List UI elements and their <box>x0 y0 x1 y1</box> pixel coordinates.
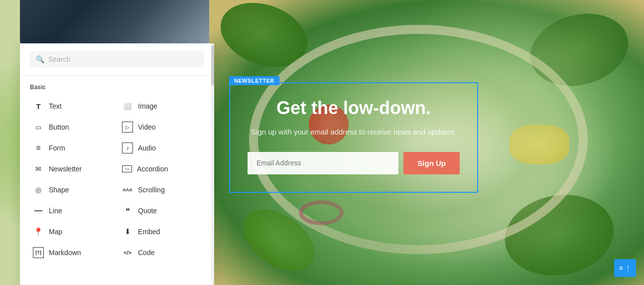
scrollbar-thumb[interactable] <box>211 45 214 85</box>
scrolling-icon: AAA <box>122 184 133 195</box>
sidebar-item-shape[interactable]: Shape <box>30 180 115 199</box>
line-label: Line <box>49 207 62 215</box>
map-label: Map <box>49 228 62 236</box>
sidebar-item-video[interactable]: ▷ Video <box>119 118 204 137</box>
embed-label: Embed <box>138 228 160 236</box>
sidebar-item-newsletter[interactable]: Newsletter <box>30 159 115 178</box>
text-icon <box>33 101 44 112</box>
search-box: 🔍 <box>30 51 204 67</box>
map-icon: 📍 <box>33 226 44 237</box>
audio-label: Audio <box>138 144 156 152</box>
audio-icon: ♪ <box>122 142 133 153</box>
scrolling-label: Scrolling <box>138 186 165 194</box>
markdown-icon: [T] <box>33 247 44 258</box>
onion-ring <box>299 200 344 225</box>
sidebar-item-audio[interactable]: ♪ Audio <box>119 139 204 157</box>
email-input[interactable] <box>248 152 398 174</box>
accordion-icon: ▭ <box>122 165 132 172</box>
sidebar-item-map[interactable]: 📍 Map <box>30 222 115 241</box>
sidebar-item-scrolling[interactable]: AAA Scrolling <box>119 180 204 199</box>
accordion-label: Accordion <box>137 165 168 173</box>
search-input[interactable] <box>48 55 198 63</box>
newsletter-badge: NEWSLETTER <box>229 76 279 85</box>
button-label: Button <box>49 123 69 131</box>
sidebar-item-button[interactable]: Button <box>30 118 115 137</box>
search-container: 🔍 <box>20 43 214 76</box>
markdown-label: Markdown <box>49 249 81 257</box>
corn <box>510 125 569 164</box>
sidebar-content: Basic Text Image Button ▷ Video <box>20 76 214 285</box>
text-label: Text <box>49 102 62 110</box>
section-basic-label: Basic <box>30 84 204 91</box>
embed-icon: ⬇ <box>122 226 133 237</box>
form-label: Form <box>49 144 65 152</box>
image-icon <box>122 101 133 112</box>
newsletter-section: NEWSLETTER Get the low-down. Sign up wit… <box>229 82 478 193</box>
newsletter-title: Get the low-down. <box>248 98 460 118</box>
items-grid: Text Image Button ▷ Video Form ♪ Audio <box>30 97 204 262</box>
sidebar-item-line[interactable]: Line <box>30 201 115 220</box>
video-icon: ▷ <box>122 122 133 133</box>
shape-icon <box>33 184 44 195</box>
sidebar-item-code[interactable]: </> Code <box>119 243 204 262</box>
button-icon <box>33 122 44 133</box>
sidebar-item-form[interactable]: Form <box>30 139 115 157</box>
newsletter-subtitle: Sign up with your email address to recei… <box>248 126 460 138</box>
shape-label: Shape <box>49 186 69 194</box>
code-icon: </> <box>122 247 133 258</box>
signup-button[interactable]: Sign Up <box>403 152 460 174</box>
newsletter-icon <box>33 163 44 174</box>
sidebar-item-markdown[interactable]: [T] Markdown <box>30 243 115 262</box>
form-icon <box>33 142 44 153</box>
scrollbar[interactable] <box>211 43 214 285</box>
lines-icon: ≡ <box>619 264 623 272</box>
sidebar-item-quote[interactable]: Quote <box>119 201 204 220</box>
newsletter-form: Sign Up <box>248 152 460 174</box>
sidebar-item-embed[interactable]: ⬇ Embed <box>119 222 204 241</box>
video-label: Video <box>138 123 156 131</box>
sidebar-item-accordion[interactable]: ▭ Accordion <box>119 159 204 178</box>
bottom-right-button[interactable]: ≡ ⋮ <box>614 259 636 277</box>
sidebar-item-image[interactable]: Image <box>119 97 204 116</box>
image-label: Image <box>138 102 157 110</box>
quote-label: Quote <box>138 207 157 215</box>
sidebar-panel: 🔍 Basic Text Image Button ▷ Video <box>20 43 214 285</box>
sidebar-item-text[interactable]: Text <box>30 97 115 116</box>
line-icon <box>33 205 44 216</box>
quote-icon <box>122 205 133 216</box>
list-icon: ⋮ <box>625 264 632 272</box>
code-label: Code <box>138 249 154 257</box>
newsletter-label: Newsletter <box>49 165 82 173</box>
search-icon: 🔍 <box>36 55 44 63</box>
top-left-dark-image <box>20 0 209 45</box>
